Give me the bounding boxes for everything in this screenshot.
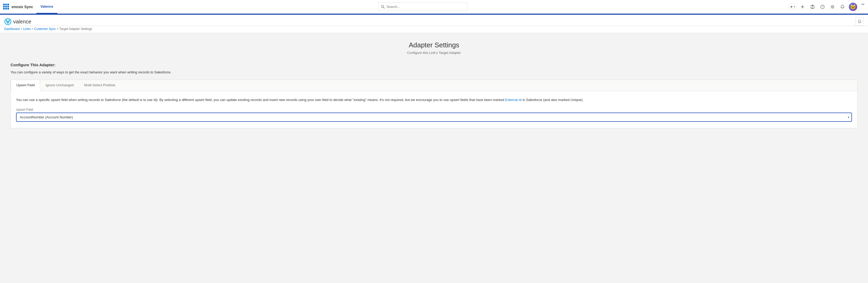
- favorites-button[interactable]: ★ ▾: [788, 4, 796, 9]
- notifications-icon[interactable]: [839, 3, 846, 10]
- search-input[interactable]: [386, 5, 465, 9]
- page-subtitle: Configure this Link's Target Adapter: [10, 51, 858, 55]
- page-title: Adapter Settings: [10, 41, 858, 49]
- breadcrumb-customer-sync[interactable]: Customer Sync: [34, 27, 56, 31]
- nav-right: ★ ▾ ? 🐱: [788, 3, 857, 11]
- top-nav: enosix Sync Valence ★ ▾ ?: [0, 0, 868, 14]
- page-title-area: Adapter Settings Configure this Link's T…: [10, 41, 858, 55]
- tab-ignore-unchanged[interactable]: Ignore Unchanged: [40, 80, 79, 91]
- upsert-field-label: Upsert Field: [16, 108, 852, 112]
- valence-logo-icon: [4, 18, 11, 25]
- configure-section-heading: Configure This Adapter:: [10, 63, 858, 67]
- star-icon: ★: [790, 5, 793, 9]
- tabs-panel: Upsert Field Ignore Unchanged Multi-Sele…: [10, 80, 858, 129]
- nav-tab-bar: Valence: [36, 0, 57, 14]
- chevron-down-icon: ▾: [794, 5, 795, 8]
- svg-line-1: [383, 7, 384, 8]
- avatar[interactable]: 🐱: [849, 3, 857, 11]
- tab-multi-select-picklists[interactable]: Multi-Select Picklists: [79, 80, 121, 91]
- external-id-link[interactable]: External Id: [505, 98, 521, 102]
- valence-header: valence: [0, 15, 868, 26]
- help-icon[interactable]: ?: [819, 3, 826, 10]
- svg-point-7: [832, 6, 833, 8]
- app-grid-icon[interactable]: [3, 4, 9, 10]
- svg-text:?: ?: [822, 5, 823, 8]
- svg-rect-3: [801, 7, 804, 7]
- breadcrumb-links[interactable]: Links: [23, 27, 31, 31]
- app-name: enosix Sync: [11, 5, 33, 9]
- edit-pencil-icon[interactable]: ✏: [861, 2, 865, 7]
- upload-icon[interactable]: [809, 3, 816, 10]
- upsert-field-wrapper: AccountNumber (Account Number)Id (Record…: [16, 113, 852, 122]
- header-bell-icon[interactable]: [856, 18, 864, 26]
- search-container: [59, 3, 786, 11]
- add-button[interactable]: [799, 3, 806, 10]
- tab-upsert-field[interactable]: Upsert Field: [11, 80, 40, 91]
- valence-logo-text: valence: [13, 19, 31, 25]
- avatar-image: 🐱: [850, 4, 856, 10]
- search-icon: [381, 5, 385, 9]
- nav-left: enosix Sync Valence: [3, 0, 57, 14]
- settings-icon[interactable]: [829, 3, 836, 10]
- breadcrumb-current: Target Adapter Settings: [59, 27, 92, 31]
- breadcrumb: Dashboard > Links > Customer Sync > Targ…: [0, 26, 868, 33]
- main-content: Adapter Settings Configure this Link's T…: [0, 33, 868, 282]
- upsert-field-select[interactable]: AccountNumber (Account Number)Id (Record…: [16, 113, 852, 122]
- configure-section-description: You can configure a variety of ways to g…: [10, 70, 858, 75]
- valence-logo-area: valence: [4, 18, 31, 25]
- breadcrumb-dashboard[interactable]: Dashboard: [4, 27, 20, 31]
- tabs-header: Upsert Field Ignore Unchanged Multi-Sele…: [11, 80, 857, 91]
- search-box: [378, 3, 468, 11]
- upsert-description: You can use a specific upsert field when…: [16, 97, 852, 103]
- nav-tab-valence[interactable]: Valence: [36, 0, 57, 14]
- tab-content-upsert-field: You can use a specific upsert field when…: [11, 91, 857, 128]
